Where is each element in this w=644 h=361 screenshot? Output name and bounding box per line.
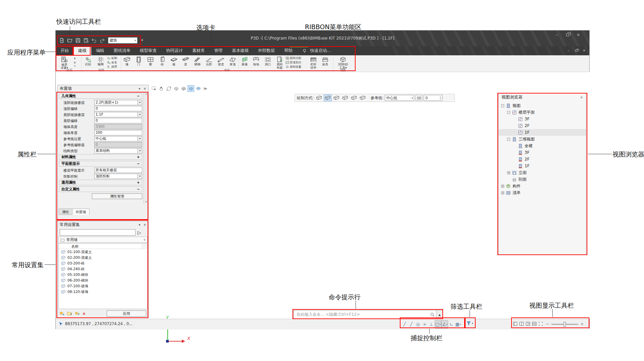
settings-list-item[interactable]: 04-240-砖	[59, 266, 147, 272]
settings-list-item[interactable]: 02-200-混凝土	[59, 255, 147, 260]
ribbon-button[interactable]: 坡道	[215, 56, 227, 69]
add-group-icon[interactable]	[67, 311, 72, 316]
tree-expander[interactable]: -	[501, 104, 504, 107]
canvas-tool-button[interactable]	[165, 85, 172, 92]
settings-list-item[interactable]: 03-200-砖	[59, 260, 147, 266]
viewport-layout-button[interactable]	[519, 321, 525, 327]
zoom-in-button[interactable]: +	[580, 321, 584, 326]
canvas-tool-button[interactable]	[180, 85, 187, 92]
ribbon-button[interactable]: 墙	[121, 56, 133, 69]
snap-toggle-button[interactable]: ∟	[448, 320, 455, 328]
settings-list-item[interactable]: 06-200-砌块	[59, 278, 147, 283]
tree-item[interactable]: 2F	[498, 122, 586, 129]
properties-scrollbar[interactable]: ▴ ▾	[144, 92, 148, 203]
property-value-field[interactable]: 0	[94, 118, 142, 123]
section-header-geometry[interactable]: 几何属性 −	[59, 93, 142, 99]
settings-list-item[interactable]: 01-100-混凝土	[59, 249, 147, 255]
qat-button[interactable]	[74, 37, 82, 44]
property-value-field[interactable]: 0	[94, 142, 142, 147]
snap-toggle-button[interactable]: ∠▾	[441, 320, 448, 328]
settings-list-item[interactable]: 07-100-玻璃	[59, 283, 147, 289]
zoom-slider[interactable]	[551, 324, 578, 325]
wall-draw-mode-button[interactable]	[341, 95, 349, 101]
wall-draw-mode-button[interactable]	[315, 95, 323, 101]
ribbon-button[interactable]: 洞口	[262, 56, 274, 69]
snap-toggle-button[interactable]: ▦▾	[455, 320, 462, 328]
3d-section-tool-button[interactable]: 3D剖切 工具▾	[333, 55, 353, 69]
floor-more-button[interactable]: ▾	[74, 65, 75, 67]
snap-toggle-button[interactable]: ×	[421, 320, 428, 328]
ribbon-tab[interactable]: 帮助	[280, 46, 298, 55]
settings-list-item[interactable]: 08-120-玻璃	[59, 289, 147, 295]
restore-button[interactable]	[564, 33, 571, 38]
add-favorite-icon[interactable]	[59, 311, 64, 316]
panel-close-icon[interactable]: ×	[580, 96, 583, 99]
ribbon-button[interactable]: 栏杆扶手	[308, 56, 319, 69]
toolbar-more-button[interactable]: ≫	[203, 86, 207, 91]
quick-launch-button[interactable]: 快速启动...	[307, 46, 334, 55]
apply-button[interactable]: 应用	[107, 310, 146, 317]
tree-item[interactable]: 剖面	[498, 176, 586, 183]
reference-line-select[interactable]: 中心线 ▾	[385, 95, 414, 101]
scroll-down-icon[interactable]: ▾	[144, 200, 148, 203]
tree-item[interactable]: + 清单	[498, 189, 586, 196]
floor-settings-button[interactable]: 楼层 设置▾	[58, 55, 71, 69]
tree-item[interactable]: - 三维视图	[498, 136, 586, 142]
tree-expander[interactable]: +	[501, 185, 504, 188]
tree-item[interactable]: 3F	[498, 149, 586, 156]
snap-toggle-button[interactable]: ⊥	[428, 320, 435, 328]
tree-item[interactable]: 2F	[498, 156, 586, 163]
tree-expander[interactable]: +	[501, 191, 504, 194]
tree-expander[interactable]: -	[507, 138, 510, 141]
ribbon-small-button[interactable]: 命名	[107, 60, 120, 65]
floor-up-icon[interactable]	[73, 56, 77, 60]
ribbon-tab[interactable]: 素材库	[187, 46, 210, 55]
property-value-field[interactable]: 所有相关楼层	[94, 168, 142, 173]
property-manage-button[interactable]: 属性管理	[92, 193, 142, 199]
qat-overflow-button[interactable]: ▾	[140, 37, 145, 44]
ribbon-button[interactable]: 屋顶	[227, 56, 238, 69]
tree-item[interactable]: 全楼	[498, 142, 586, 149]
tree-item[interactable]: - 楼层平面	[498, 109, 586, 116]
ribbon-button[interactable]: 轴网	[94, 56, 107, 69]
ribbon-button[interactable]: 家具	[319, 56, 331, 69]
ribbon-button[interactable]: 场地	[250, 56, 262, 69]
export-favorite-icon[interactable]	[74, 311, 80, 316]
qat-button[interactable]	[99, 37, 106, 44]
ribbon-button[interactable]: 柱	[156, 56, 168, 69]
panel-close-icon[interactable]: ×	[144, 223, 146, 227]
ribbon-button[interactable]: 板	[168, 56, 180, 69]
scroll-up-icon[interactable]: ▴	[144, 93, 148, 95]
offset-input[interactable]: 0 ▴▾	[424, 95, 442, 101]
panel-menu-icon[interactable]: ▾	[139, 87, 141, 91]
snap-toggle-button[interactable]: ╱	[401, 320, 408, 328]
run-search-icon[interactable]: ▷	[138, 230, 141, 235]
property-value-field[interactable]: 顶部投影	[94, 174, 142, 179]
section-header-material[interactable]: 材料属性 +	[59, 154, 142, 160]
tree-expander[interactable]: +	[507, 171, 510, 174]
settings-category-select[interactable]: 常用墙 ∨	[58, 237, 148, 243]
settings-search-input[interactable]	[60, 229, 136, 236]
snap-toggle-button[interactable]: ╱	[408, 320, 415, 328]
canvas-tool-button[interactable]	[187, 85, 194, 92]
ribbon-tab[interactable]: 建模	[73, 46, 91, 55]
qat-button[interactable]	[66, 37, 73, 44]
qat-button[interactable]	[91, 37, 98, 44]
snap-toggle-button[interactable]: ◎	[415, 320, 421, 328]
ribbon-tab[interactable]: 图纸清单	[109, 46, 135, 55]
wall-draw-mode-button[interactable]	[359, 95, 367, 101]
doc-close-button[interactable]: ×	[582, 48, 587, 53]
tree-item[interactable]: + 构件	[498, 183, 586, 189]
floor-down-icon[interactable]	[73, 61, 77, 65]
property-value-field[interactable]: 2.2F(底部+1)	[94, 100, 142, 105]
property-value-field[interactable]: 0	[94, 106, 142, 111]
ribbon-button[interactable]: 门	[133, 56, 145, 69]
ribbon-button[interactable]: 识别	[82, 56, 94, 69]
ribbon-button[interactable]: 房间布置	[274, 56, 285, 69]
ribbon-button[interactable]: 窗	[145, 56, 156, 69]
wall-draw-mode-button[interactable]	[332, 95, 340, 101]
ribbon-small-button[interactable]: 绘制	[107, 56, 120, 60]
minimize-button[interactable]: –	[553, 33, 560, 38]
wall-draw-mode-button[interactable]	[350, 95, 358, 101]
zoom-out-button[interactable]: −	[546, 321, 549, 326]
